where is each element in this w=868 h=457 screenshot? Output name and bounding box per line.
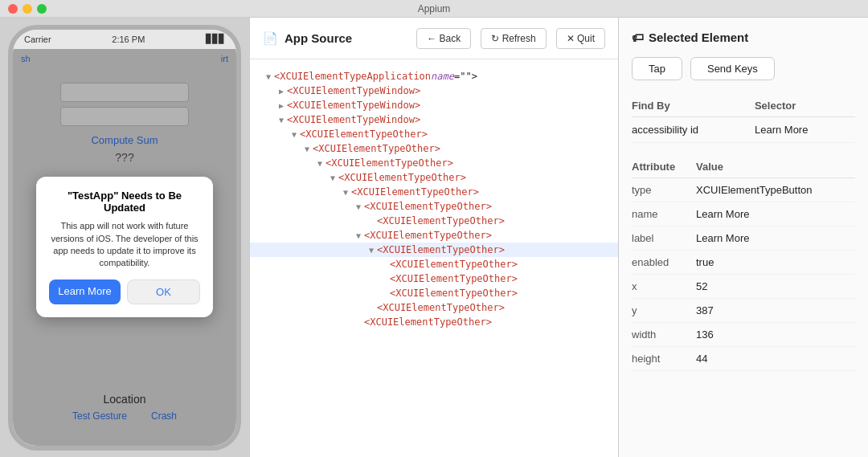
main-layout: Carrier 2:16 PM ▊▊▊ sh irt Compute Sum ?… (0, 18, 868, 457)
attr-row: x52 (632, 275, 855, 299)
attr-value: Learn More (696, 226, 855, 251)
attr-name: y (632, 299, 696, 323)
selector-header: Selector (755, 95, 855, 117)
attr-value: 44 (696, 347, 855, 371)
learn-more-button[interactable]: Learn More (49, 280, 121, 304)
selector-value: Learn More (755, 117, 855, 143)
carrier-label: Carrier (24, 35, 51, 44)
appsource-title-text: App Source (285, 31, 352, 45)
tree-row[interactable]: <XCUIElementTypeOther> (250, 214, 618, 228)
alert-buttons: Learn More OK (49, 280, 200, 304)
time-label: 2:16 PM (112, 35, 145, 44)
maximize-button[interactable] (37, 4, 47, 14)
phone-statusbar: Carrier 2:16 PM ▊▊▊ (13, 30, 236, 49)
tap-button[interactable]: Tap (632, 57, 682, 80)
tree-row[interactable]: ▼ <XCUIElementTypeOther> (250, 243, 618, 257)
alert-overlay: "TestApp" Needs to Be Updated This app w… (13, 49, 236, 446)
val-header: Value (696, 156, 855, 178)
phone-device: Carrier 2:16 PM ▊▊▊ sh irt Compute Sum ?… (8, 25, 241, 451)
selected-title: 🏷 Selected Element (632, 31, 855, 44)
attr-value: true (696, 251, 855, 275)
attr-name: label (632, 226, 696, 251)
find-by-row: accessibility id Learn More (632, 117, 855, 143)
attr-value: 387 (696, 299, 855, 323)
attr-row: y387 (632, 299, 855, 323)
tree-row[interactable]: ▼ <XCUIElementTypeApplication name=" "> (250, 69, 618, 84)
ok-button[interactable]: OK (127, 280, 200, 304)
titlebar-title: Appium (418, 3, 451, 14)
alert-body: This app will not work with future versi… (49, 220, 200, 270)
attr-value: XCUIElementTypeButton (696, 178, 855, 202)
send-keys-button[interactable]: Send Keys (690, 57, 775, 80)
phone-panel: Carrier 2:16 PM ▊▊▊ sh irt Compute Sum ?… (0, 18, 249, 457)
attr-name: type (632, 178, 696, 202)
minimize-button[interactable] (23, 4, 32, 14)
attr-value: Learn More (696, 202, 855, 226)
phone-content: sh irt Compute Sum ??? "TestApp" Needs t… (13, 49, 236, 446)
phone-app: sh irt Compute Sum ??? "TestApp" Needs t… (13, 49, 236, 446)
attr-value: 52 (696, 275, 855, 299)
selected-title-icon: 🏷 (632, 31, 644, 44)
attr-row: width136 (632, 323, 855, 347)
find-by-header: Find By (632, 95, 755, 117)
attr-name: height (632, 347, 696, 371)
tree-row[interactable]: <XCUIElementTypeOther> (250, 300, 618, 315)
appsource-title: 📄 App Source (263, 31, 407, 46)
attr-value: 136 (696, 323, 855, 347)
tree-row[interactable]: ▼ <XCUIElementTypeWindow> (250, 112, 618, 127)
tree-row[interactable]: <XCUIElementTypeOther> (250, 315, 618, 329)
appsource-panel: 📄 App Source ← Back ↻ Refresh ✕ Quit ▼ <… (249, 18, 619, 457)
attr-name: x (632, 275, 696, 299)
tree-row[interactable]: ▶ <XCUIElementTypeWindow> (250, 84, 618, 98)
attr-row: nameLearn More (632, 202, 855, 226)
attr-name: enabled (632, 251, 696, 275)
titlebar: Appium (0, 0, 868, 18)
selected-actions: Tap Send Keys (632, 57, 855, 80)
attr-name: name (632, 202, 696, 226)
tree-row[interactable]: <XCUIElementTypeOther> (250, 257, 618, 271)
tree-row[interactable]: <XCUIElementTypeOther> (250, 271, 618, 286)
tree-row[interactable]: ▼ <XCUIElementTypeOther> (250, 170, 618, 185)
close-button[interactable] (8, 4, 18, 14)
attributes-table: Attribute Value typeXCUIElementTypeButto… (632, 156, 855, 371)
find-by-value: accessibility id (632, 117, 755, 143)
appsource-header: 📄 App Source ← Back ↻ Refresh ✕ Quit (250, 18, 618, 59)
tree-row[interactable]: <XCUIElementTypeOther> (250, 286, 618, 300)
attr-name: width (632, 323, 696, 347)
refresh-button[interactable]: ↻ Refresh (481, 28, 546, 49)
battery-label: ▊▊▊ (206, 34, 225, 44)
attr-row: typeXCUIElementTypeButton (632, 178, 855, 202)
tree-row[interactable]: ▼ <XCUIElementTypeOther> (250, 141, 618, 156)
attr-row: labelLearn More (632, 226, 855, 251)
tree-row[interactable]: ▼ <XCUIElementTypeOther> (250, 185, 618, 199)
window-controls (8, 4, 47, 14)
alert-dialog: "TestApp" Needs to Be Updated This app w… (36, 177, 213, 317)
alert-title: "TestApp" Needs to Be Updated (49, 190, 200, 214)
attr-row: enabledtrue (632, 251, 855, 275)
tree-row[interactable]: ▼ <XCUIElementTypeOther> (250, 199, 618, 214)
selected-panel: 🏷 Selected Element Tap Send Keys Find By… (619, 18, 868, 457)
back-button[interactable]: ← Back (416, 28, 471, 49)
attr-row: height44 (632, 347, 855, 371)
selected-title-text: Selected Element (649, 31, 748, 44)
tree-row[interactable]: ▼ <XCUIElementTypeOther> (250, 156, 618, 170)
tree-row[interactable]: ▼ <XCUIElementTypeOther> (250, 228, 618, 243)
attr-header: Attribute (632, 156, 696, 178)
tree-row[interactable]: ▼ <XCUIElementTypeOther> (250, 127, 618, 141)
tree-row[interactable]: ▶ <XCUIElementTypeWindow> (250, 98, 618, 112)
appsource-tree: ▼ <XCUIElementTypeApplication name=" "> … (250, 59, 618, 457)
quit-button[interactable]: ✕ Quit (556, 28, 605, 49)
appsource-icon: 📄 (263, 31, 278, 46)
find-by-table: Find By Selector accessibility id Learn … (632, 95, 855, 143)
